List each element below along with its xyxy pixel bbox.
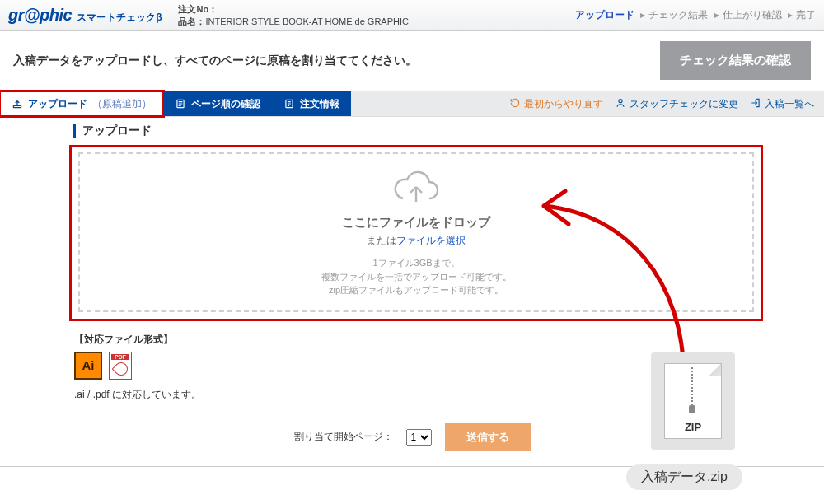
svg-point-3 bbox=[619, 99, 622, 102]
order-meta: 注文No： 品名：INTERIOR STYLE BOOK-AT HOME de … bbox=[178, 3, 409, 27]
cloud-upload-icon bbox=[390, 169, 442, 208]
page-start-select[interactable]: 1 bbox=[406, 429, 432, 446]
zip-tile: ZIP bbox=[651, 352, 735, 450]
svg-rect-0 bbox=[13, 105, 21, 107]
drop-footnotes: 1ファイル3GBまで。 複数ファイルを一括でアップロード可能です。 zip圧縮フ… bbox=[88, 256, 744, 297]
breadcrumb-step-3[interactable]: 完了 bbox=[796, 9, 816, 21]
upload-icon bbox=[12, 98, 23, 110]
drop-heading: ここにファイルをドロップ bbox=[88, 215, 744, 231]
section-title-wrap: アップロード bbox=[73, 124, 799, 138]
ai-file-icon: Ai bbox=[74, 352, 102, 380]
zip-caption: 入稿データ.zip bbox=[626, 464, 742, 490]
drop-note-2: 複数ファイルを一括でアップロード可能です。 bbox=[88, 270, 744, 284]
tab-page-order[interactable]: ページ順の確認 bbox=[163, 91, 272, 116]
drop-highlight: ここにファイルをドロップ またはファイルを選択 1ファイル3GBまで。 複数ファ… bbox=[69, 145, 763, 321]
product-label: 品名： bbox=[178, 16, 205, 26]
tab-page-order-label: ページ順の確認 bbox=[191, 97, 260, 111]
breadcrumb-step-2[interactable]: 仕上がり確認 bbox=[723, 9, 782, 21]
file-drop-zone[interactable]: ここにファイルをドロップ またはファイルを選択 1ファイル3GBまで。 複数ファ… bbox=[78, 152, 754, 312]
order-info-icon bbox=[283, 98, 295, 110]
formats-heading: 【対応ファイル形式】 bbox=[74, 333, 799, 347]
tab-upload-sub: （原稿追加） bbox=[92, 97, 152, 111]
check-results-button[interactable]: チェック結果の確認 bbox=[660, 41, 811, 80]
staff-check-link[interactable]: スタッフチェックに変更 bbox=[615, 97, 738, 111]
zip-file-item[interactable]: ZIP 入稿データ.zip bbox=[651, 352, 735, 490]
logo-sub: スマートチェックβ bbox=[77, 11, 162, 25]
tab-order-info[interactable]: 注文情報 bbox=[272, 91, 351, 116]
zip-badge: ZIP bbox=[665, 421, 721, 433]
instruction-text: 入稿データをアップロードし、すべてのページに原稿を割り当ててください。 bbox=[13, 54, 660, 68]
submit-button[interactable]: 送信する bbox=[445, 423, 531, 451]
breadcrumb-current[interactable]: アップロード bbox=[575, 9, 634, 21]
instruction-row: 入稿データをアップロードし、すべてのページに原稿を割り当ててください。 チェック… bbox=[0, 31, 824, 91]
section-title: アップロード bbox=[82, 124, 799, 138]
drop-or: またはファイルを選択 bbox=[88, 234, 744, 248]
drop-note-1: 1ファイル3GBまで。 bbox=[88, 256, 744, 270]
product-value: INTERIOR STYLE BOOK-AT HOME de GRAPHIC bbox=[205, 16, 409, 26]
tab-upload[interactable]: アップロード （原稿追加） bbox=[0, 91, 163, 116]
restart-link[interactable]: 最初からやり直す bbox=[509, 97, 603, 111]
page-order-icon bbox=[175, 98, 186, 110]
logo: gr@phic スマートチェックβ bbox=[8, 6, 162, 25]
restart-label: 最初からやり直す bbox=[524, 97, 603, 111]
pdf-file-icon bbox=[109, 352, 132, 380]
file-select-link[interactable]: ファイルを選択 bbox=[396, 235, 466, 246]
header-bar: gr@phic スマートチェックβ 注文No： 品名：INTERIOR STYL… bbox=[0, 0, 824, 31]
list-label: 入稿一覧へ bbox=[765, 97, 814, 111]
zip-file-icon: ZIP bbox=[664, 363, 722, 439]
exit-icon bbox=[750, 97, 761, 111]
tab-order-info-label: 注文情報 bbox=[300, 97, 339, 111]
order-no-label: 注文No： bbox=[178, 4, 218, 14]
breadcrumb: アップロード ▸チェック結果 ▸仕上がり確認 ▸完了 bbox=[575, 8, 816, 22]
page-start-label: 割り当て開始ページ： bbox=[294, 430, 393, 444]
drop-or-prefix: または bbox=[367, 235, 396, 246]
staff-check-label: スタッフチェックに変更 bbox=[630, 97, 738, 111]
drop-note-3: zip圧縮ファイルもアップロード可能です。 bbox=[88, 283, 744, 297]
tab-bar: アップロード （原稿追加） ページ順の確認 注文情報 最初からやり直す スタッフ… bbox=[0, 91, 824, 116]
person-icon bbox=[615, 97, 626, 111]
restart-icon bbox=[509, 97, 521, 111]
breadcrumb-step-1[interactable]: チェック結果 bbox=[648, 9, 708, 21]
list-link[interactable]: 入稿一覧へ bbox=[750, 97, 814, 111]
logo-main: gr@phic bbox=[8, 6, 72, 25]
tab-upload-label: アップロード bbox=[28, 97, 87, 111]
